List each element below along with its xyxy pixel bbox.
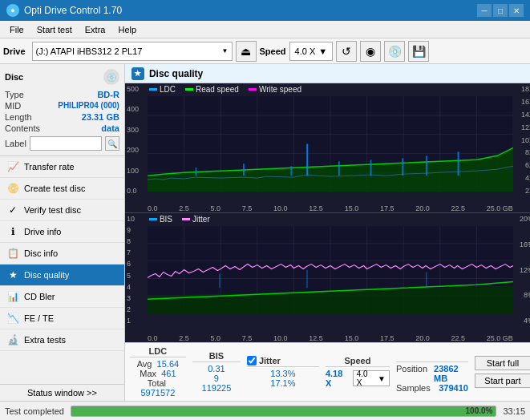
nav-fe-te-label: FE / TE [24,313,54,323]
nav-fe-te[interactable]: 📉 FE / TE [0,308,124,329]
jitter-checkbox[interactable] [247,356,257,365]
speed-column: Speed 4.18 X 4.0 X ▼ [326,356,390,388]
disc-quality-header: ★ Disc quality [125,64,530,83]
bottom-chart-legend: BIS Jitter [149,215,210,224]
top-chart: LDC Read speed Write speed 500 400 30 [125,83,530,213]
bis-max: 9 [192,374,241,383]
start-full-button[interactable]: Start full [475,356,530,370]
start-buttons: Start full Start part [475,356,530,388]
fe-te-icon: 📉 [6,312,19,325]
svg-rect-22 [402,158,403,176]
drive-dropdown[interactable]: (J:) ATAPI iHBS312 2 PL17 ▼ [32,42,233,61]
disc-label-input[interactable] [30,136,102,151]
ldc-dot [149,88,157,91]
disc-label-row: Label 🔍 [5,136,119,151]
svg-rect-40 [219,273,220,288]
disc-button[interactable]: 💿 [384,41,405,62]
svg-rect-21 [370,160,371,176]
nav-create-test-disc-label: Create test disc [24,184,85,193]
top-chart-x-axis: 0.0 2.5 5.0 7.5 10.0 12.5 15.0 17.5 20.0… [148,204,513,212]
eject-button[interactable]: ⏏ [236,41,257,62]
svg-rect-18 [290,166,292,176]
menu-help[interactable]: Help [111,23,143,36]
app-title: Opti Drive Control 1.70 [24,5,122,16]
nav-verify-test-disc-label: Verify test disc [24,205,81,215]
close-button[interactable]: ✕ [509,4,524,17]
legend-read-speed: Read speed [185,85,239,94]
bottom-chart-y-left: 10 9 8 7 6 5 4 3 2 1 [125,213,148,326]
nav-drive-info[interactable]: ℹ Drive info [0,221,124,243]
bottom-chart-x-axis: 0.0 2.5 5.0 7.5 10.0 12.5 15.0 17.5 20.0… [148,334,513,342]
legend-jitter: Jitter [182,215,210,224]
legend-bis: BIS [149,215,172,224]
bis-total: 119225 [192,383,241,393]
burn-button[interactable]: ◉ [360,41,381,62]
ldc-column: LDC Avg 15.64 Max 461 Total 5971572 [130,346,186,398]
bis-dot [149,218,157,220]
status-text: Test completed [5,406,64,416]
bis-column: BIS 0.31 9 119225 [192,351,241,393]
nav-drive-info-label: Drive info [24,227,61,236]
svg-rect-20 [338,161,340,176]
disc-quality-title: Disc quality [149,68,203,79]
nav-create-test-disc[interactable]: 📀 Create test disc [0,178,124,200]
menu-extra[interactable]: Extra [79,23,112,36]
nav-verify-test-disc[interactable]: ✓ Verify test disc [0,200,124,221]
save-button[interactable]: 💾 [408,41,429,62]
menu-start-test[interactable]: Start test [30,23,79,36]
status-bar: Test completed 100.0% 33:15 [0,401,530,420]
nav-items: 📈 Transfer rate 📀 Create test disc ✓ Ver… [0,156,124,384]
menu-file[interactable]: File [3,23,30,36]
refresh-button[interactable]: ↺ [336,41,357,62]
svg-rect-17 [243,164,245,176]
read-speed-dot [185,88,193,91]
jitter-avg: 13.3% [247,369,319,378]
time-text: 33:15 [503,406,525,416]
drive-dropdown-arrow-icon: ▼ [222,47,229,55]
speed-value: 4.0 X [295,46,316,56]
total-label: Total [148,378,168,388]
drive-name: (J:) ATAPI iHBS312 2 PL17 [36,46,143,56]
svg-rect-24 [458,151,459,176]
speed-dropdown[interactable]: 4.0 X ▼ [289,42,334,61]
nav-disc-quality[interactable]: ★ Disc quality [0,265,124,286]
verify-test-disc-icon: ✓ [6,204,19,216]
max-label: Max [140,369,159,378]
status-window-button[interactable]: Status window >> [0,384,124,401]
nav-disc-quality-label: Disc quality [24,270,69,280]
minimize-button[interactable]: ─ [477,4,492,17]
samples-row: Samples 379410 [396,383,468,393]
start-part-button[interactable]: Start part [475,374,530,388]
speed-result-dropdown[interactable]: 4.0 X ▼ [353,370,390,386]
legend-ldc: LDC [149,85,176,94]
maximize-button[interactable]: □ [493,4,508,17]
disc-mid-value: PHILIPR04 (000) [58,101,119,111]
content-area: ★ Disc quality LDC Read speed [125,64,530,401]
create-test-disc-icon: 📀 [6,182,19,195]
bis-header: BIS [192,351,241,362]
nav-extra-tests[interactable]: 🔬 Extra tests [0,329,124,351]
speed-header: Speed [326,356,390,367]
results-row: LDC Avg 15.64 Max 461 Total 5971572 [130,346,530,398]
bottom-chart-y-right: 20% 16% 12% 8% 4% [513,213,530,326]
svg-rect-41 [306,270,307,289]
toolbar: Drive (J:) ATAPI iHBS312 2 PL17 ▼ ⏏ Spee… [0,38,530,64]
jitter-dot [182,218,190,220]
disc-type-value: BD-R [97,90,119,99]
jitter-header: Jitter [259,356,281,365]
nav-extra-tests-label: Extra tests [24,335,66,345]
jitter-column: Jitter 13.3% 17.1% [247,356,319,388]
top-chart-y-right: 18X 16X 14X 12X 10X 8X 6X 4X 2X [513,83,530,196]
nav-cd-bler[interactable]: 📊 CD Bler [0,286,124,308]
disc-label-button[interactable]: 🔍 [105,136,119,151]
charts-container: LDC Read speed Write speed 500 400 30 [125,83,530,342]
top-chart-legend: LDC Read speed Write speed [149,85,301,94]
position-column: Position 23862 MB Samples 379410 [396,351,468,393]
nav-transfer-rate[interactable]: 📈 Transfer rate [0,156,124,178]
ldc-max: Max 461 [130,369,186,378]
drive-label: Drive [3,46,26,56]
nav-disc-info[interactable]: 📋 Disc info [0,243,124,265]
top-chart-svg [148,96,513,192]
results-section: LDC Avg 15.64 Max 461 Total 5971572 [125,342,530,401]
drive-info-icon: ℹ [6,225,19,238]
